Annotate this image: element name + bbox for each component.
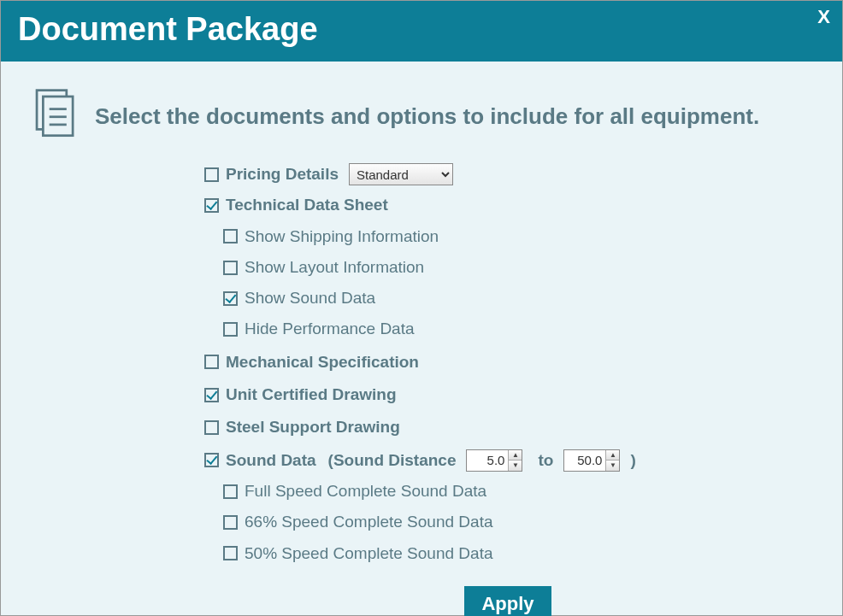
show-sound-checkbox[interactable] — [223, 291, 238, 306]
sound-distance-to-word: to — [538, 447, 553, 474]
p50-row: 50% Speed Complete Sound Data — [223, 540, 811, 567]
pricing-select[interactable]: Standard — [349, 163, 453, 185]
sounddata-row: Sound Data (Sound Distance ▲ ▼ to ▲ ▼ — [204, 447, 811, 474]
technical-checkbox[interactable] — [204, 198, 219, 213]
full-speed-checkbox[interactable] — [223, 484, 238, 499]
p50-checkbox[interactable] — [223, 546, 238, 560]
steel-label: Steel Support Drawing — [226, 414, 400, 441]
full-speed-label: Full Speed Complete Sound Data — [245, 478, 486, 505]
from-down-icon[interactable]: ▼ — [509, 461, 522, 471]
options-list: Pricing Details Standard Technical Data … — [204, 161, 811, 616]
instruction-text: Select the documents and options to incl… — [95, 103, 759, 130]
unitcert-checkbox[interactable] — [204, 388, 219, 402]
apply-wrap: Apply — [204, 586, 811, 616]
layout-row: Show Layout Information — [223, 254, 811, 281]
apply-button[interactable]: Apply — [464, 586, 551, 616]
titlebar: Document Package X — [1, 1, 842, 62]
from-up-icon[interactable]: ▲ — [509, 450, 522, 461]
unitcert-label: Unit Certified Drawing — [226, 381, 397, 408]
p66-row: 66% Speed Complete Sound Data — [223, 508, 811, 536]
sounddata-label: Sound Data — [226, 447, 316, 474]
instruction-row: Select the documents and options to incl… — [32, 87, 811, 145]
layout-label: Show Layout Information — [245, 254, 424, 281]
sound-distance-prefix: (Sound Distance — [328, 447, 457, 474]
sound-distance-suffix: ) — [630, 447, 635, 474]
mechanical-row: Mechanical Specification — [204, 349, 811, 376]
sound-distance-to-spinner[interactable]: ▲ ▼ — [563, 449, 620, 472]
mechanical-label: Mechanical Specification — [226, 349, 419, 376]
technical-row: Technical Data Sheet — [204, 191, 811, 219]
document-icon — [32, 87, 80, 145]
steel-row: Steel Support Drawing — [204, 414, 811, 441]
mechanical-checkbox[interactable] — [204, 355, 219, 369]
close-icon[interactable]: X — [817, 6, 830, 28]
sound-distance-from-spinner[interactable]: ▲ ▼ — [466, 449, 522, 472]
shipping-row: Show Shipping Information — [223, 223, 811, 250]
full-speed-row: Full Speed Complete Sound Data — [223, 478, 811, 505]
pricing-label: Pricing Details — [226, 161, 339, 188]
document-package-dialog: Document Package X Select the documents … — [0, 0, 843, 616]
hide-perf-label: Hide Performance Data — [245, 315, 415, 343]
p66-label: 66% Speed Complete Sound Data — [245, 508, 492, 536]
sounddata-checkbox[interactable] — [204, 453, 219, 467]
hide-perf-checkbox[interactable] — [223, 322, 238, 337]
sound-distance-to-input[interactable] — [564, 450, 605, 471]
shipping-label: Show Shipping Information — [245, 223, 439, 250]
to-up-icon[interactable]: ▲ — [606, 450, 619, 461]
sound-distance-from-input[interactable] — [467, 450, 508, 471]
p50-label: 50% Speed Complete Sound Data — [245, 540, 492, 567]
technical-label: Technical Data Sheet — [226, 191, 388, 219]
p66-checkbox[interactable] — [223, 515, 238, 530]
show-sound-label: Show Sound Data — [245, 285, 375, 312]
to-down-icon[interactable]: ▼ — [606, 461, 619, 471]
content-area: Select the documents and options to incl… — [1, 62, 842, 616]
hide-perf-row: Hide Performance Data — [223, 315, 811, 343]
unitcert-row: Unit Certified Drawing — [204, 381, 811, 408]
dialog-title: Document Package — [18, 11, 318, 48]
show-sound-row: Show Sound Data — [223, 285, 811, 312]
pricing-row: Pricing Details Standard — [204, 161, 811, 188]
layout-checkbox[interactable] — [223, 261, 238, 275]
shipping-checkbox[interactable] — [223, 229, 238, 243]
steel-checkbox[interactable] — [204, 420, 219, 435]
pricing-checkbox[interactable] — [204, 167, 219, 182]
